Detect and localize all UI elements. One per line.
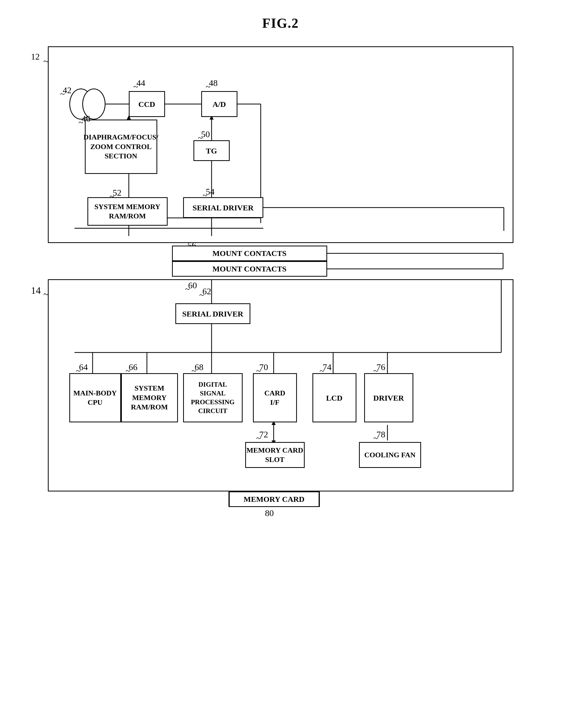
mount-contacts-bot: MOUNT CONTACTS (172, 261, 327, 277)
tilde-50: ~ (198, 133, 203, 143)
tilde-12: ~ (43, 55, 49, 67)
box-serial-driver-top: SERIAL DRIVER (183, 197, 263, 218)
ref-12: 12 (31, 52, 40, 62)
tilde-60: ~ (185, 284, 190, 294)
box-system-memory-top: SYSTEM MEMORY RAM/ROM (87, 197, 168, 226)
box-ad: A/D (201, 91, 238, 117)
figure-title: FIG.2 (21, 16, 540, 31)
tilde-78: ~ (373, 433, 378, 443)
box-driver: DRIVER (364, 373, 413, 422)
box-memory-card-slot: MEMORY CARD SLOT (245, 442, 305, 468)
mount-contacts-area: 56 ~ MOUNT CONTACTS MOUNT CONTACTS (48, 243, 513, 279)
box-main-body-cpu: MAIN-BODY CPU (69, 373, 121, 422)
tilde-62: ~ (200, 290, 204, 300)
box-cooling-fan: COOLING FAN (359, 442, 421, 468)
box-diaphragm: DIAPHRAGM/FOCUS/ ZOOM CONTROL SECTION (85, 120, 157, 174)
tilde-14: ~ (43, 288, 49, 300)
box-card-if: CARD I/F (253, 373, 297, 422)
tilde-42: ~ (60, 89, 65, 99)
tilde-54: ~ (203, 190, 208, 200)
box-tg: TG (194, 140, 230, 161)
box-serial-driver-bot: SERIAL DRIVER (175, 303, 251, 324)
box-memory-card: MEMORY CARD (229, 491, 319, 507)
block-14: 14 ~ (48, 279, 513, 491)
box-digital-signal: DIGITAL SIGNAL PROCESSING CIRCUIT (183, 373, 243, 422)
box-ccd: CCD (129, 91, 165, 117)
block-12: 12 ~ (48, 46, 513, 243)
memory-card-area: MEMORY CARD 80 (48, 491, 513, 528)
tilde-44: ~ (134, 82, 138, 92)
ref-14: 14 (31, 285, 41, 296)
tilde-72: ~ (256, 433, 261, 443)
mount-contacts-top: MOUNT CONTACTS (172, 246, 327, 261)
page: FIG.2 12 ~ (0, 0, 561, 728)
tilde-52: ~ (110, 192, 114, 201)
ref-80: 80 (265, 508, 274, 518)
box-system-memory-bot: SYSTEM MEMORY RAM/ROM (121, 373, 178, 422)
box-lcd: LCD (312, 373, 356, 422)
tilde-46: ~ (79, 117, 83, 127)
tilde-48: ~ (206, 82, 211, 92)
diagram: 12 ~ (35, 46, 526, 528)
